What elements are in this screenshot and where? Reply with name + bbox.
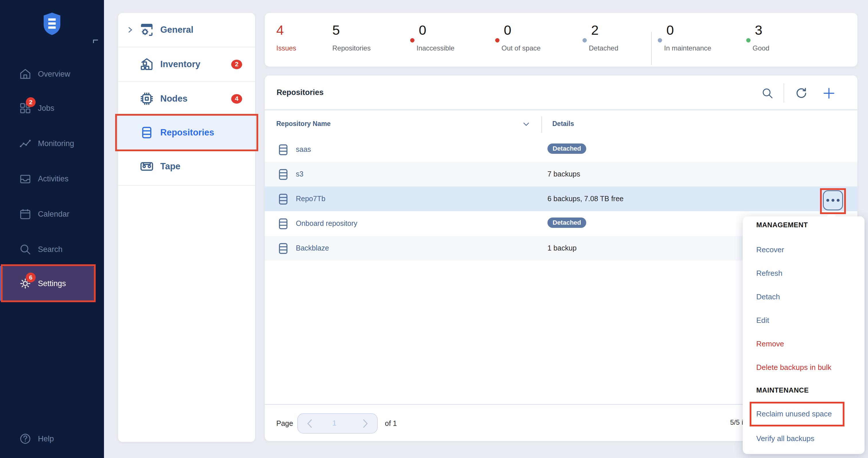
submenu-item-label: Inventory <box>160 59 200 69</box>
pagination-page-label: Page <box>276 419 293 428</box>
stat-label: Good <box>752 44 770 52</box>
divider <box>541 116 542 133</box>
refresh-icon[interactable] <box>795 87 808 100</box>
stat-value: 0 <box>666 23 711 37</box>
sidebar-item-search[interactable]: Search <box>0 240 104 259</box>
menu-item-recover[interactable]: Recover <box>756 246 784 254</box>
repository-name-link[interactable]: Onboard repository <box>296 219 357 228</box>
submenu-item-nodes[interactable]: Nodes 4 <box>118 82 255 116</box>
sidebar-item-label: Monitoring <box>38 139 74 148</box>
sidebar-item-label: Overview <box>38 70 70 78</box>
divider <box>265 110 857 110</box>
add-repository-icon[interactable] <box>823 87 835 100</box>
sidebar-item-label: Settings <box>38 279 66 288</box>
stat-repositories: 5 Repositories <box>332 23 371 52</box>
status-badge-detached: Detached <box>548 143 586 154</box>
menu-item-detach[interactable]: Detach <box>756 292 780 301</box>
menu-section-maintenance: MAINTENANCE <box>756 386 809 394</box>
stat-inaccessible: 0 Inaccessible <box>419 23 455 52</box>
sidebar-item-label: Jobs <box>38 104 54 113</box>
pagination-control: 1 <box>297 413 378 434</box>
divider <box>783 83 784 103</box>
status-dot-slate <box>658 38 662 42</box>
sidebar-item-label: Search <box>38 245 63 254</box>
repository-name-link[interactable]: Repo7Tb <box>296 195 326 203</box>
stat-detached: 2 Detached <box>591 23 618 52</box>
submenu-item-label: General <box>160 25 193 35</box>
submenu-item-tape[interactable]: Tape <box>118 150 255 184</box>
table-row-s3[interactable]: s3 7 backups <box>265 162 857 187</box>
collapse-sidebar-icon[interactable] <box>93 40 98 43</box>
stat-label: Repositories <box>332 44 371 52</box>
repository-details: 1 backup <box>548 244 577 252</box>
submenu-item-general[interactable]: General <box>118 13 255 47</box>
menu-item-remove[interactable]: Remove <box>756 339 784 348</box>
app-window: Overview 2 Jobs Monitori <box>0 0 868 458</box>
menu-item-verify-all-backups[interactable]: Verify all backups <box>756 434 814 443</box>
pagination-total-pages: of 1 <box>385 419 397 428</box>
sidebar-item-calendar[interactable]: Calendar <box>0 205 104 223</box>
stat-label: In maintenance <box>664 44 711 52</box>
sidebar-item-settings[interactable]: 6 Settings <box>0 274 104 293</box>
submenu-item-label: Tape <box>160 161 180 172</box>
column-header-details[interactable]: Details <box>552 120 574 128</box>
menu-item-delete-backups-in-bulk[interactable]: Delete backups in bulk <box>756 363 832 372</box>
home-icon <box>19 68 32 80</box>
repository-name-link[interactable]: s3 <box>296 170 303 178</box>
status-dot-green <box>746 38 750 42</box>
activities-inbox-icon <box>19 172 32 185</box>
divider <box>118 185 255 186</box>
stat-value: 0 <box>419 23 455 37</box>
stat-good: 3 Good <box>755 23 770 52</box>
sidebar-item-label: Help <box>38 434 54 444</box>
sidebar-item-monitoring[interactable]: Monitoring <box>0 134 104 153</box>
table-row-saas[interactable]: saas Detached <box>265 137 857 162</box>
nodes-count-badge: 4 <box>231 94 242 104</box>
calendar-icon <box>19 208 32 220</box>
menu-item-edit[interactable]: Edit <box>756 316 769 325</box>
stat-value: 3 <box>755 23 770 37</box>
previous-page-icon[interactable] <box>307 419 313 428</box>
settings-count-badge: 6 <box>26 273 36 282</box>
stat-label: Inaccessible <box>416 44 455 52</box>
help-icon <box>19 432 32 445</box>
stat-value: 0 <box>504 23 540 37</box>
chevron-right-icon[interactable] <box>127 27 133 33</box>
repository-name-link[interactable]: saas <box>296 145 311 154</box>
repositories-icon <box>139 125 154 140</box>
repository-icon <box>279 169 288 180</box>
divider <box>651 32 652 65</box>
status-summary-card: 4 Issues 5 Repositories 0 Inaccessible 0… <box>265 13 857 67</box>
menu-item-reclaim-unused-space[interactable]: Reclaim unused space <box>756 410 832 418</box>
repository-icon <box>279 218 288 229</box>
sidebar-item-help[interactable]: Help <box>0 430 104 448</box>
dot <box>837 199 840 202</box>
column-header-repository-name[interactable]: Repository Name <box>276 120 331 128</box>
sidebar-item-label: Activities <box>38 174 69 184</box>
stat-label: Detached <box>589 44 618 52</box>
stat-value: 2 <box>591 23 618 37</box>
sort-chevron-down-icon[interactable] <box>523 122 530 127</box>
sidebar-item-activities[interactable]: Activities <box>0 170 104 188</box>
submenu-item-label: Nodes <box>160 94 188 104</box>
submenu-item-inventory[interactable]: Inventory 2 <box>118 47 255 81</box>
left-sidebar: Overview 2 Jobs Monitori <box>0 0 104 458</box>
stat-in-maintenance: 0 In maintenance <box>666 23 711 52</box>
submenu-item-repositories[interactable]: Repositories <box>118 116 255 150</box>
menu-item-refresh[interactable]: Refresh <box>756 269 782 278</box>
search-icon <box>19 243 32 256</box>
repository-name-link[interactable]: Backblaze <box>296 244 329 252</box>
next-page-icon[interactable] <box>362 419 369 428</box>
table-row-repo7tb[interactable]: Repo7Tb 6 backups, 7.08 TB free <box>265 187 857 211</box>
sidebar-item-jobs[interactable]: 2 Jobs <box>0 99 104 118</box>
search-icon[interactable] <box>761 87 774 100</box>
repository-icon <box>279 194 288 205</box>
stat-label: Issues <box>276 44 296 52</box>
row-actions-more-button[interactable] <box>823 190 843 210</box>
general-settings-icon <box>139 22 154 37</box>
jobs-count-badge: 2 <box>26 97 36 107</box>
current-page-input[interactable]: 1 <box>332 419 336 428</box>
status-badge-detached: Detached <box>548 218 586 228</box>
submenu-item-label: Repositories <box>160 127 214 138</box>
sidebar-item-overview[interactable]: Overview <box>0 65 104 83</box>
